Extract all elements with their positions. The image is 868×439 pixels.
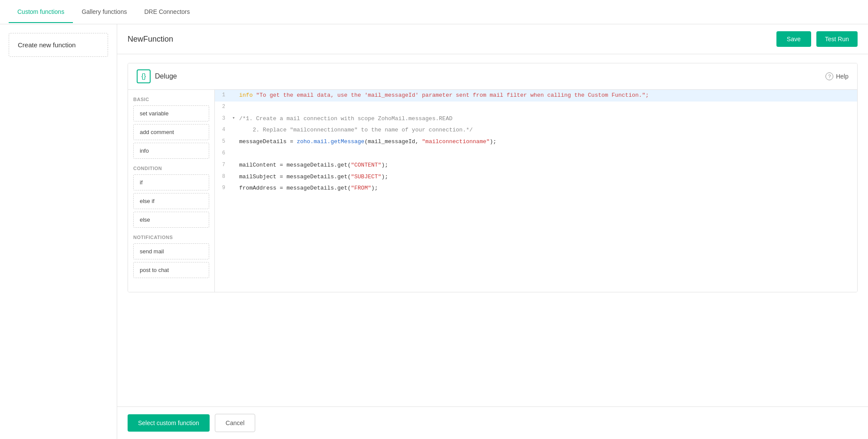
editor-card: {} Deluge ? Help BASIC se [128,63,858,292]
help-link[interactable]: ? Help [825,72,848,80]
code-line-2: 2 [215,102,857,113]
line-content-9: fromAddress = messageDetails.get("FROM")… [239,183,857,194]
notifications-section: NOTIFICATIONS send mail post to chat [133,235,209,278]
main-layout: Create new function Save Test Run {} Del… [0,24,868,439]
help-label: Help [836,73,848,80]
line-num-9: 9 [215,183,232,192]
code-line-8: 8 mailSubject = messageDetails.get("SUBJ… [215,171,857,183]
line-toggle-5 [232,136,239,138]
editor-wrapper: {} Deluge ? Help BASIC se [117,54,868,406]
code-line-4: 4 2. Replace "mailconnectionname" to the… [215,124,857,136]
main-content: Save Test Run {} Deluge ? Help [117,24,868,439]
block-else-if[interactable]: else if [133,193,209,209]
function-header: Save Test Run [117,24,868,54]
tab-gallery-functions[interactable]: Gallery functions [73,1,135,23]
line-toggle-4 [232,124,239,126]
block-post-to-chat[interactable]: post to chat [133,262,209,278]
blocks-panel: BASIC set variable add comment info COND… [128,90,215,292]
block-else[interactable]: else [133,212,209,228]
line-num-3: 3 [215,113,232,123]
bottom-bar: Select custom function Cancel [117,406,868,439]
code-panel[interactable]: 1 info "To get the email data, use the '… [215,90,857,292]
line-content-6 [239,148,857,160]
block-info[interactable]: info [133,143,209,159]
code-line-1: 1 info "To get the email data, use the '… [215,90,857,102]
deluge-header: {} Deluge ? Help [128,63,857,90]
line-content-3: /*1. Create a mail connection with scope… [239,113,857,125]
block-if[interactable]: if [133,174,209,190]
deluge-icon: {} [137,69,151,83]
line-num-6: 6 [215,148,232,157]
line-num-4: 4 [215,124,232,134]
top-nav: Custom functions Gallery functions DRE C… [0,0,868,24]
block-add-comment[interactable]: add comment [133,124,209,140]
save-button[interactable]: Save [776,31,811,47]
block-send-mail[interactable]: send mail [133,243,209,259]
code-line-5: 5 messageDetails = zoho.mail.getMessage(… [215,136,857,148]
block-set-variable[interactable]: set variable [133,105,209,121]
function-name-input[interactable] [128,35,771,44]
basic-section-label: BASIC [133,97,209,102]
line-toggle-7 [232,160,239,161]
deluge-title: Deluge [155,72,177,80]
create-new-function-button[interactable]: Create new function [9,33,108,57]
line-toggle-1 [232,90,239,91]
line-content-2 [239,102,857,113]
code-line-9: 9 fromAddress = messageDetails.get("FROM… [215,183,857,194]
line-num-7: 7 [215,160,232,169]
line-toggle-3: ▾ [232,113,239,122]
line-content-8: mailSubject = messageDetails.get("SUBJEC… [239,171,857,183]
code-line-3: 3 ▾ /*1. Create a mail connection with s… [215,113,857,125]
line-content-7: mailContent = messageDetails.get("CONTEN… [239,160,857,171]
tab-custom-functions[interactable]: Custom functions [9,1,73,23]
notifications-section-label: NOTIFICATIONS [133,235,209,240]
line-num-2: 2 [215,102,232,111]
cancel-button[interactable]: Cancel [215,414,256,432]
test-run-button[interactable]: Test Run [816,31,858,47]
editor-body: BASIC set variable add comment info COND… [128,90,857,292]
line-num-8: 8 [215,171,232,181]
deluge-logo: {} Deluge [137,69,177,83]
code-line-6: 6 [215,148,857,160]
line-content-1: info "To get the email data, use the 'ma… [239,90,857,102]
basic-section: BASIC set variable add comment info [133,97,209,159]
line-toggle-9 [232,183,239,184]
code-line-7: 7 mailContent = messageDetails.get("CONT… [215,160,857,171]
help-circle-icon: ? [825,72,833,80]
line-toggle-8 [232,171,239,173]
condition-section: CONDITION if else if else [133,166,209,228]
line-toggle-6 [232,148,239,149]
select-custom-function-button[interactable]: Select custom function [128,414,210,432]
line-toggle-2 [232,102,239,103]
line-content-4: 2. Replace "mailconnectionname" to the n… [239,124,857,136]
left-sidebar: Create new function [0,24,117,439]
line-content-5: messageDetails = zoho.mail.getMessage(ma… [239,136,857,148]
tab-dre-connectors[interactable]: DRE Connectors [135,1,198,23]
condition-section-label: CONDITION [133,166,209,171]
line-num-1: 1 [215,90,232,99]
line-num-5: 5 [215,136,232,146]
